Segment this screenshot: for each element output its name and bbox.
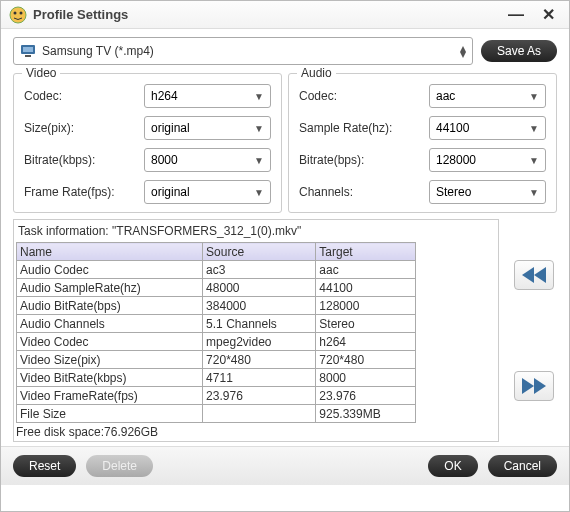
svg-point-2 [20, 11, 23, 14]
table-row[interactable]: Audio Codecac3aac [17, 261, 416, 279]
task-header: Task information: "TRANSFORMERS_312_1(0)… [16, 222, 496, 242]
svg-point-1 [14, 11, 17, 14]
audio-legend: Audio [297, 66, 336, 80]
chevron-down-icon: ▼ [529, 91, 539, 102]
col-source[interactable]: Source [203, 243, 316, 261]
audio-bitrate-label: Bitrate(bps): [299, 153, 429, 167]
audio-channels-select[interactable]: Stereo▼ [429, 180, 546, 204]
close-button[interactable]: ✕ [536, 5, 561, 24]
video-legend: Video [22, 66, 60, 80]
audio-samplerate-label: Sample Rate(hz): [299, 121, 429, 135]
rewind-icon [522, 267, 546, 283]
video-bitrate-select[interactable]: 8000▼ [144, 148, 271, 172]
col-name[interactable]: Name [17, 243, 203, 261]
table-row[interactable]: Video Size(pix)720*480720*480 [17, 351, 416, 369]
window-title: Profile Settings [33, 7, 496, 22]
audio-channels-label: Channels: [299, 185, 429, 199]
video-size-select[interactable]: original▼ [144, 116, 271, 140]
chevron-down-icon: ▼ [254, 155, 264, 166]
titlebar: Profile Settings — ✕ [1, 1, 569, 29]
delete-button[interactable]: Delete [86, 455, 153, 477]
table-row[interactable]: Audio BitRate(bps)384000128000 [17, 297, 416, 315]
settings-panels: Video Codec:h264▼ Size(pix):original▼ Bi… [1, 73, 569, 219]
svg-marker-9 [534, 378, 546, 394]
svg-rect-4 [23, 47, 33, 52]
tv-icon [20, 44, 36, 58]
svg-marker-6 [522, 267, 534, 283]
video-fieldset: Video Codec:h264▼ Size(pix):original▼ Bi… [13, 73, 282, 213]
table-row[interactable]: File Size925.339MB [17, 405, 416, 423]
free-disk-space: Free disk space:76.926GB [16, 423, 496, 439]
table-row[interactable]: Video FrameRate(fps)23.97623.976 [17, 387, 416, 405]
prev-button[interactable] [514, 260, 554, 290]
task-info-box: Task information: "TRANSFORMERS_312_1(0)… [13, 219, 499, 442]
task-table: Name Source Target Audio Codecac3aacAudi… [16, 242, 416, 423]
fast-forward-icon [522, 378, 546, 394]
profile-row: Samsung TV (*.mp4) ▴▾ Save As [1, 29, 569, 73]
video-framerate-label: Frame Rate(fps): [24, 185, 144, 199]
reset-button[interactable]: Reset [13, 455, 76, 477]
lower-panel: Task information: "TRANSFORMERS_312_1(0)… [1, 219, 569, 446]
profile-select-text: Samsung TV (*.mp4) [42, 44, 460, 58]
app-icon [9, 6, 27, 24]
video-size-label: Size(pix): [24, 121, 144, 135]
audio-codec-label: Codec: [299, 89, 429, 103]
ok-button[interactable]: OK [428, 455, 477, 477]
chevron-down-icon: ▼ [254, 187, 264, 198]
save-as-button[interactable]: Save As [481, 40, 557, 62]
svg-marker-8 [522, 378, 534, 394]
chevron-down-icon: ▼ [254, 91, 264, 102]
chevron-down-icon: ▼ [254, 123, 264, 134]
audio-samplerate-select[interactable]: 44100▼ [429, 116, 546, 140]
col-target[interactable]: Target [316, 243, 416, 261]
chevron-down-icon: ▼ [529, 187, 539, 198]
video-codec-label: Codec: [24, 89, 144, 103]
chevron-down-icon: ▼ [529, 123, 539, 134]
table-row[interactable]: Audio SampleRate(hz)4800044100 [17, 279, 416, 297]
audio-fieldset: Audio Codec:aac▼ Sample Rate(hz):44100▼ … [288, 73, 557, 213]
profile-select[interactable]: Samsung TV (*.mp4) ▴▾ [13, 37, 473, 65]
svg-rect-5 [25, 55, 31, 57]
audio-codec-select[interactable]: aac▼ [429, 84, 546, 108]
next-button[interactable] [514, 371, 554, 401]
chevron-down-icon: ▼ [529, 155, 539, 166]
table-row[interactable]: Video BitRate(kbps)47118000 [17, 369, 416, 387]
table-row[interactable]: Video Codecmpeg2videoh264 [17, 333, 416, 351]
table-row[interactable]: Audio Channels5.1 ChannelsStereo [17, 315, 416, 333]
spinner-icon: ▴▾ [460, 45, 466, 57]
cancel-button[interactable]: Cancel [488, 455, 557, 477]
svg-marker-7 [534, 267, 546, 283]
bottom-bar: Reset Delete OK Cancel [1, 446, 569, 485]
svg-point-0 [10, 7, 26, 23]
video-bitrate-label: Bitrate(kbps): [24, 153, 144, 167]
video-codec-select[interactable]: h264▼ [144, 84, 271, 108]
nav-column [499, 219, 569, 442]
minimize-button[interactable]: — [502, 6, 530, 24]
profile-settings-window: Profile Settings — ✕ Samsung TV (*.mp4) … [0, 0, 570, 512]
video-framerate-select[interactable]: original▼ [144, 180, 271, 204]
audio-bitrate-select[interactable]: 128000▼ [429, 148, 546, 172]
